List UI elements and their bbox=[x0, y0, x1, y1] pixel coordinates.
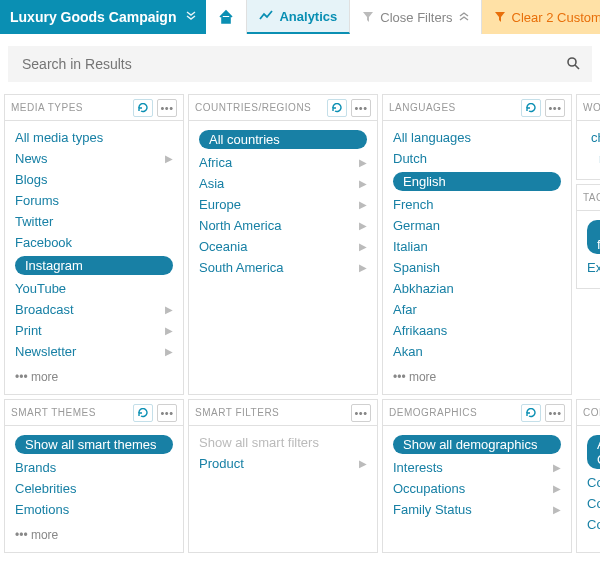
campaign-selector[interactable]: Luxury Goods Campaign bbox=[0, 0, 206, 34]
filter-item[interactable]: Asia▶ bbox=[199, 173, 367, 194]
filter-item[interactable]: Italian bbox=[393, 236, 561, 257]
filter-item-label: Forums bbox=[15, 193, 173, 208]
chevron-right-icon: ▶ bbox=[359, 199, 367, 210]
filter-item[interactable]: Afrikaans bbox=[393, 320, 561, 341]
filter-item[interactable]: Afar bbox=[393, 299, 561, 320]
filter-item[interactable]: Family Status▶ bbox=[393, 499, 561, 520]
filter-item[interactable]: Facebook bbox=[15, 232, 173, 253]
analytics-icon bbox=[259, 9, 273, 23]
filter-item[interactable]: check bbox=[587, 127, 600, 148]
close-filters-button[interactable]: Close Filters bbox=[350, 0, 481, 34]
more-menu-button[interactable]: ••• bbox=[157, 99, 177, 117]
filter-item[interactable]: North America▶ bbox=[199, 215, 367, 236]
filter-item[interactable]: Product▶ bbox=[199, 453, 367, 474]
filter-item[interactable]: Interests▶ bbox=[393, 457, 561, 478]
filter-item[interactable]: Occupations▶ bbox=[393, 478, 561, 499]
filter-item[interactable]: YouTube bbox=[15, 278, 173, 299]
refresh-button[interactable] bbox=[521, 404, 541, 422]
filter-item[interactable]: Contain bbox=[587, 514, 600, 535]
chevron-right-icon: ▶ bbox=[359, 220, 367, 231]
filter-item[interactable]: read bbox=[587, 148, 600, 169]
filter-item[interactable]: Abkhazian bbox=[393, 278, 561, 299]
filter-item[interactable]: German bbox=[393, 215, 561, 236]
panel-title: COUNTRIES/REGIONS bbox=[195, 102, 323, 113]
refresh-button[interactable] bbox=[327, 99, 347, 117]
more-link[interactable]: ••• more bbox=[15, 520, 173, 542]
filter-item[interactable]: Show all smart themes bbox=[15, 432, 173, 457]
filter-item-label: No filte bbox=[587, 220, 600, 254]
filter-item-label: All languages bbox=[393, 130, 561, 145]
filter-item[interactable]: Blogs bbox=[15, 169, 173, 190]
svg-point-0 bbox=[568, 58, 576, 66]
filter-item-label: Dutch bbox=[393, 151, 561, 166]
chevron-right-icon: ▶ bbox=[359, 157, 367, 168]
filter-item[interactable]: Forums bbox=[15, 190, 173, 211]
filter-item[interactable]: Celebrities bbox=[15, 478, 173, 499]
panel-title: LANGUAGES bbox=[389, 102, 517, 113]
refresh-button[interactable] bbox=[133, 404, 153, 422]
filter-item[interactable]: Show all demographics bbox=[393, 432, 561, 457]
search-input[interactable] bbox=[20, 55, 566, 73]
filter-item[interactable]: Akan bbox=[393, 341, 561, 362]
filter-item[interactable]: South America▶ bbox=[199, 257, 367, 278]
filter-item[interactable]: All Cont bbox=[587, 432, 600, 472]
filter-item[interactable]: French bbox=[393, 194, 561, 215]
tab-label: Analytics bbox=[279, 9, 337, 24]
filter-item-label: Blogs bbox=[15, 172, 173, 187]
tab-analytics[interactable]: Analytics bbox=[247, 0, 350, 34]
filter-item[interactable]: Oceania▶ bbox=[199, 236, 367, 257]
filter-item[interactable]: Spanish bbox=[393, 257, 561, 278]
more-menu-button[interactable]: ••• bbox=[545, 404, 565, 422]
filter-item-label: Family Status bbox=[393, 502, 553, 517]
close-filters-label: Close Filters bbox=[380, 10, 452, 25]
refresh-button[interactable] bbox=[133, 99, 153, 117]
more-menu-button[interactable]: ••• bbox=[351, 99, 371, 117]
filter-item-label: Print bbox=[15, 323, 165, 338]
filter-item-label: Product bbox=[199, 456, 359, 471]
refresh-button[interactable] bbox=[521, 99, 541, 117]
filter-item[interactable]: Dutch bbox=[393, 148, 561, 169]
more-link[interactable]: ••• more bbox=[15, 362, 173, 384]
filter-item-label: Exclude bbox=[587, 260, 600, 275]
clear-filters-button[interactable]: Clear 2 Custom Filters bbox=[482, 0, 600, 34]
home-button[interactable] bbox=[206, 0, 247, 34]
filter-item-label: Twitter bbox=[15, 214, 173, 229]
filter-item[interactable]: Contain bbox=[587, 493, 600, 514]
filter-item[interactable]: Exclude bbox=[587, 257, 600, 278]
filter-item[interactable]: Print▶ bbox=[15, 320, 173, 341]
filter-item[interactable]: All media types bbox=[15, 127, 173, 148]
more-menu-button[interactable]: ••• bbox=[545, 99, 565, 117]
filter-item[interactable]: Africa▶ bbox=[199, 152, 367, 173]
chevron-right-icon: ▶ bbox=[165, 153, 173, 164]
filter-item[interactable]: Contain bbox=[587, 472, 600, 493]
more-menu-button[interactable]: ••• bbox=[351, 404, 371, 422]
filter-item-label: check bbox=[587, 130, 600, 145]
search-icon[interactable] bbox=[566, 56, 580, 73]
filter-item-label: Akan bbox=[393, 344, 561, 359]
filter-item[interactable]: No filte bbox=[587, 217, 600, 257]
more-menu-button[interactable]: ••• bbox=[157, 404, 177, 422]
filter-item[interactable]: Broadcast▶ bbox=[15, 299, 173, 320]
chevron-right-icon: ▶ bbox=[359, 241, 367, 252]
chevron-right-icon: ▶ bbox=[359, 178, 367, 189]
more-link[interactable]: ••• more bbox=[393, 362, 561, 384]
filter-item-label: Facebook bbox=[15, 235, 173, 250]
filter-item[interactable]: All languages bbox=[393, 127, 561, 148]
filter-item[interactable]: Instagram bbox=[15, 253, 173, 278]
filter-item[interactable]: Newsletter▶ bbox=[15, 341, 173, 362]
filter-item[interactable]: Twitter bbox=[15, 211, 173, 232]
search-bar[interactable] bbox=[8, 46, 592, 82]
filter-item[interactable]: English bbox=[393, 169, 561, 194]
filter-item[interactable]: Europe▶ bbox=[199, 194, 367, 215]
filter-item[interactable]: News▶ bbox=[15, 148, 173, 169]
filter-item[interactable]: All countries bbox=[199, 127, 367, 152]
filter-item[interactable]: Brands bbox=[15, 457, 173, 478]
chevron-right-icon: ▶ bbox=[165, 325, 173, 336]
chevron-right-icon: ▶ bbox=[359, 458, 367, 469]
panel-media-types: MEDIA TYPES ••• All media typesNews▶Blog… bbox=[4, 94, 184, 395]
right-column: WORKFLOW checkread TAGS No filteExclude bbox=[576, 94, 600, 395]
panel-title: SMART THEMES bbox=[11, 407, 129, 418]
panel-smart-filters: SMART FILTERS ••• Show all smart filters… bbox=[188, 399, 378, 553]
filter-item[interactable]: Emotions bbox=[15, 499, 173, 520]
funnel-icon bbox=[494, 11, 506, 23]
